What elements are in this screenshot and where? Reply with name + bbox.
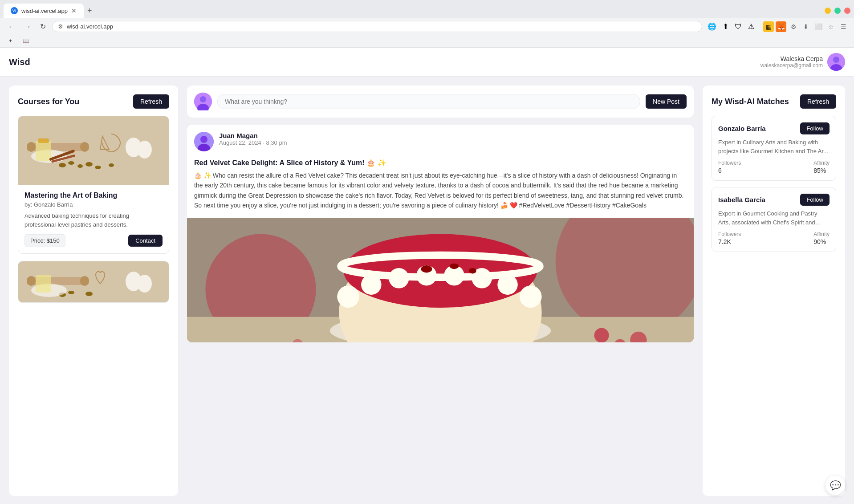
post-author-avatar [194, 132, 214, 151]
browser-toolbar: ← → ↻ ⚙ wisd-ai.vercel.app 🌐 ⬆ 🛡 ⚠ ▦ 🦊 ⚙… [0, 18, 854, 35]
course-card-2 [18, 261, 169, 303]
post-meta: Juan Magan August 22, 2024 · 8:30 pm [219, 132, 687, 146]
bookmarks-bar: + 📖 [0, 35, 854, 47]
post-header: Juan Magan August 22, 2024 · 8:30 pm [187, 125, 694, 159]
app-body: Courses for You Refresh [0, 77, 854, 504]
browser-tabs: W wisd-ai.vercel.app ✕ + [0, 0, 854, 18]
ext-star-icon[interactable]: ☆ [826, 21, 836, 32]
active-tab[interactable]: W wisd-ai.vercel.app ✕ [4, 4, 84, 18]
svg-rect-23 [80, 276, 89, 286]
match-desc-1: Expert in Culinary Arts and Baking with … [718, 138, 830, 155]
ext-puzzle-icon[interactable]: ⚙ [788, 21, 799, 32]
matches-panel: My Wisd-AI Matches Refresh Gonzalo Barrí… [703, 85, 845, 496]
translate-icon[interactable]: 🌐 [706, 20, 718, 33]
user-avatar[interactable] [827, 53, 845, 71]
minimize-button[interactable] [825, 8, 831, 14]
courses-refresh-button[interactable]: Refresh [133, 94, 169, 109]
affinity-label-1: Affinity [813, 160, 830, 166]
courses-panel: Courses for You Refresh [9, 85, 178, 496]
courses-panel-title: Courses for You [18, 97, 79, 106]
app-header: Wisd Waleska Cerpa waleskacerpa@gmail.co… [0, 48, 854, 77]
security-icon: ⚙ [58, 23, 63, 30]
back-button[interactable]: ← [5, 21, 18, 33]
post-author-name: Juan Magan [219, 132, 687, 139]
follow-button-1[interactable]: Follow [800, 122, 830, 134]
composer-input[interactable] [217, 94, 640, 109]
svg-point-53 [421, 265, 432, 272]
svg-point-55 [469, 268, 476, 273]
user-info: Waleska Cerpa waleskacerpa@gmail.com [760, 53, 845, 71]
new-post-button[interactable]: New Post [646, 94, 687, 109]
svg-point-27 [68, 291, 74, 294]
followers-value-2: 7.2K [718, 238, 741, 245]
ext-menu-icon[interactable]: ☰ [838, 21, 849, 32]
svg-point-8 [138, 141, 152, 159]
chat-button[interactable]: 💬 [826, 476, 845, 495]
svg-point-14 [109, 163, 114, 167]
course-price-1: Price: $150 [24, 234, 65, 247]
follow-button-2[interactable]: Follow [800, 194, 830, 206]
post-composer: New Post [187, 85, 694, 118]
svg-rect-30 [36, 275, 51, 293]
svg-point-32 [200, 96, 206, 102]
post-image [187, 218, 694, 342]
course-title-1: Mastering the Art of Baking [24, 191, 163, 199]
match-affinity-1: Affinity 85% [813, 160, 830, 174]
match-stats-1: Followers 6 Affinity 85% [718, 160, 830, 174]
refresh-browser-button[interactable]: ↻ [37, 20, 49, 33]
share-icon[interactable]: ⬆ [721, 20, 730, 33]
match-name-2: Isabella Garcia [718, 196, 765, 203]
matches-panel-header: My Wisd-AI Matches Refresh [712, 94, 836, 109]
svg-point-52 [520, 285, 542, 308]
affinity-label-2: Affinity [813, 231, 830, 237]
match-followers-1: Followers 6 [718, 160, 741, 174]
bookmark-add-button[interactable]: + [5, 37, 16, 45]
app-logo: Wisd [9, 57, 30, 67]
forward-button[interactable]: → [21, 21, 34, 33]
ext-download-icon[interactable]: ⬇ [801, 21, 811, 32]
bookmark-pocket-button[interactable]: 📖 [19, 37, 33, 45]
ext-window-icon[interactable]: ⬜ [813, 21, 824, 32]
new-tab-button[interactable]: + [84, 6, 96, 16]
svg-rect-6 [80, 142, 89, 152]
svg-point-10 [68, 161, 74, 165]
svg-point-35 [200, 136, 207, 143]
match-header-1: Gonzalo Barría Follow [718, 122, 830, 134]
browser-chrome: W wisd-ai.vercel.app ✕ + ← → ↻ ⚙ wisd-ai… [0, 0, 854, 48]
match-card-2: Isabella Garcia Follow Expert in Gourmet… [712, 187, 836, 252]
close-button[interactable] [844, 8, 850, 14]
match-affinity-2: Affinity 90% [813, 231, 830, 245]
maximize-button[interactable] [834, 8, 841, 14]
post-time: August 22, 2024 · 8:30 pm [219, 139, 687, 146]
ext-fox-icon[interactable]: 🦊 [776, 21, 786, 32]
svg-point-56 [594, 328, 609, 342]
course-image-1 [18, 116, 169, 185]
matches-refresh-button[interactable]: Refresh [800, 94, 836, 109]
extensions-bar: ▦ 🦊 ⚙ ⬇ ⬜ ☆ ☰ [763, 21, 849, 32]
affinity-value-2: 90% [813, 238, 830, 245]
course-desc-1: Advanced baking techniques for creating … [24, 211, 163, 229]
address-bar[interactable]: ⚙ wisd-ai.vercel.app [52, 21, 702, 32]
svg-rect-5 [27, 142, 36, 152]
svg-point-28 [85, 292, 93, 296]
toolbar-icons: 🌐 ⬆ 🛡 ⚠ [706, 20, 756, 33]
ext-yellow-icon[interactable]: ▦ [763, 21, 774, 32]
svg-point-12 [85, 162, 93, 167]
match-name-1: Gonzalo Barría [718, 125, 766, 132]
window-controls [825, 8, 850, 14]
post-avatar-img [194, 132, 214, 151]
composer-avatar-img [194, 93, 212, 110]
followers-value-1: 6 [718, 167, 741, 174]
alert-icon[interactable]: ⚠ [746, 20, 756, 33]
course-contact-button-1[interactable]: Contact [128, 235, 163, 247]
tab-title: wisd-ai.vercel.app [21, 8, 68, 14]
composer-avatar [194, 93, 212, 110]
match-card-1: Gonzalo Barría Follow Expert in Culinary… [712, 116, 836, 181]
svg-rect-16 [36, 141, 51, 161]
shield-icon[interactable]: 🛡 [733, 21, 744, 33]
favicon-icon: W [11, 7, 18, 14]
user-details: Waleska Cerpa waleskacerpa@gmail.com [760, 55, 823, 69]
course-author-1: by: Gonzalo Barría [24, 201, 163, 208]
tab-close-icon[interactable]: ✕ [71, 7, 77, 14]
followers-label-2: Followers [718, 231, 741, 237]
